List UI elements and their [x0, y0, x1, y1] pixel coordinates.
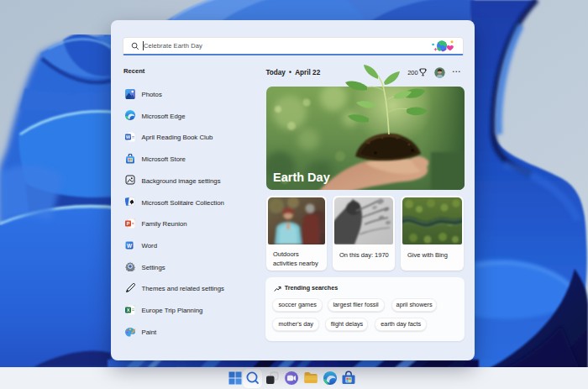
svg-text:W: W	[127, 242, 133, 248]
svg-text:Earth Day: Earth Day	[273, 171, 330, 184]
svg-text:W: W	[126, 134, 131, 139]
svg-text:X: X	[127, 308, 130, 313]
svg-text:P: P	[127, 221, 130, 226]
